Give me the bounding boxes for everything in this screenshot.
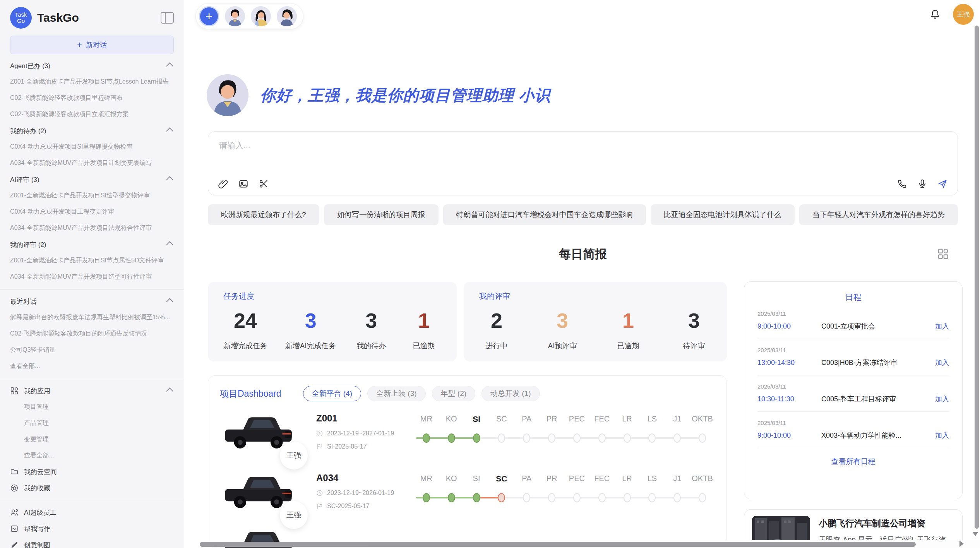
milestone-node-done [448, 433, 455, 443]
sidebar-item-label: 创意制图 [24, 541, 50, 548]
composer-attachments [218, 179, 269, 189]
list-item[interactable]: 公司Q3轻卡销量 [10, 345, 174, 355]
join-link[interactable]: 加入 [935, 431, 949, 440]
list-item[interactable]: A034-全新新能源MUV产品开发项目法规符合性评审 [10, 223, 174, 233]
suggestion-chip[interactable]: 特朗普可能对进口汽车增税会对中国车企造成哪些影响 [443, 204, 646, 225]
list-item[interactable]: Z001-全新燃油轻卡产品开发项目SI造型提交物评审 [10, 190, 174, 200]
milestone-label: PA [514, 414, 539, 424]
sidebar-item-label: 我的云空间 [24, 468, 57, 476]
app-logo: Task Go [10, 7, 32, 29]
sidebar-item-ai-staff[interactable]: AI超级员工 [10, 507, 174, 517]
phone-icon[interactable] [897, 179, 907, 189]
list-item[interactable]: C02-飞腾新能源轻客改款项目里程碑画布 [10, 93, 174, 103]
new-chat-label: 新对话 [86, 40, 107, 50]
project-row[interactable]: 王强 A034 2023-12-19~2026-01-19 SC-2025-05… [208, 462, 726, 522]
join-link[interactable]: 加入 [935, 358, 949, 367]
main-area: + [184, 0, 980, 548]
scroll-down-arrow-icon[interactable] [972, 532, 978, 536]
list-item[interactable]: A034-全新新能源MUV产品开发项目造型可行性评审 [10, 272, 174, 282]
join-link[interactable]: 加入 [935, 394, 949, 404]
news-text: 小鹏飞行汽车制造公司增资 天眼查 App 显示，近日广州汇天飞行汽... [819, 516, 952, 542]
sidebar-item-product-mgmt[interactable]: 产品管理 [10, 418, 174, 428]
chat-input[interactable] [218, 139, 947, 172]
composer-actions [897, 179, 947, 189]
sidebar-item-write-helper[interactable]: 帮我写作 [10, 524, 174, 534]
sidebar-header: Task Go TaskGo [10, 0, 174, 30]
tab-new-platform[interactable]: 全新平台 (4) [303, 386, 362, 401]
sidebar-item-favorites[interactable]: 我的收藏 [10, 483, 174, 493]
tab-powertrain[interactable]: 动总开发 (1) [481, 386, 540, 401]
list-item[interactable]: C0X4-动力总成开发项目工程变更评审 [10, 207, 174, 217]
tab-new-body[interactable]: 全新上装 (3) [367, 386, 426, 401]
join-link[interactable]: 加入 [935, 322, 949, 331]
list-item[interactable]: C02-飞腾新能源轻客改款项目的闭环通告反馈情况 [10, 329, 174, 339]
avatar[interactable] [277, 6, 297, 26]
sidebar-collapse-icon[interactable] [161, 12, 174, 24]
vertical-scrollbar[interactable] [975, 26, 979, 529]
milestone-label: PR [539, 414, 564, 424]
section-title: Agent已办 (3) [10, 62, 50, 70]
tab-model-year[interactable]: 年型 (2) [432, 386, 476, 401]
user-avatar[interactable]: 王强 [953, 4, 974, 25]
suggestion-chip[interactable]: 比亚迪全固态电池计划具体说了什么 [651, 204, 795, 225]
apps-grid-icon [10, 387, 19, 395]
list-item[interactable]: C0X4-动力总成开发项目SI里程碑提交物检查 [10, 142, 174, 152]
scissors-icon[interactable] [259, 179, 269, 189]
chevron-up-icon[interactable] [166, 62, 173, 69]
sidebar-item-label: 我的收藏 [24, 484, 50, 493]
chevron-up-icon[interactable] [166, 241, 173, 248]
paperclip-icon[interactable] [218, 179, 228, 189]
list-item[interactable]: Z001-全新燃油轻卡产品开发项目SI节点属性5D文件评审 [10, 255, 174, 265]
stat-label: 已逾期 [406, 341, 441, 351]
suggestion-chip[interactable]: 如何写一份清晰的项目周报 [324, 204, 439, 225]
milestone-labels: MR KO SI SC PA PR PEC FEC LR LS J1 OKTB [414, 474, 715, 483]
project-row[interactable]: 王强 Z001 2023-12-19~2027-01-19 SI-2025-05… [208, 403, 726, 462]
list-item[interactable]: 解释最新出台的欧盟报废车法规再生塑料比例被调至15%... [10, 312, 174, 322]
greeting-text: 你好，王强，我是你的项目管理助理 小识 [260, 85, 550, 106]
sidebar-item-change-mgmt[interactable]: 变更管理 [10, 434, 174, 444]
chevron-up-icon[interactable] [166, 387, 173, 394]
sidebar-item-creative-draw[interactable]: 创意制图 [10, 540, 174, 548]
microphone-icon[interactable] [917, 179, 927, 189]
milestone-node [573, 493, 581, 502]
image-icon[interactable] [238, 179, 248, 189]
project-code: Z001 [316, 413, 402, 424]
view-all-apps-link[interactable]: 查看全部... [10, 450, 174, 461]
list-item[interactable]: Z001-全新燃油皮卡产品开发项目SI节点Lesson Learn报告 [10, 77, 174, 87]
quill-pen-icon [10, 541, 19, 548]
chevron-up-icon[interactable] [166, 298, 173, 305]
stat-value: 1 [406, 308, 441, 332]
new-chat-button[interactable]: + 新对话 [10, 36, 174, 54]
scroll-right-arrow-icon[interactable] [959, 541, 964, 547]
star-circle-icon [10, 484, 19, 492]
milestone-node-done [473, 433, 480, 443]
project-date-range: 2023-12-19~2027-01-19 [327, 430, 394, 437]
list-item[interactable]: A034-全新新能源MUV产品开发项目计划变更表编写 [10, 158, 174, 168]
list-item[interactable]: C02-飞腾新能源轻客改款项目立项汇报方案 [10, 109, 174, 119]
chevron-up-icon[interactable] [166, 127, 173, 134]
notification-bell-icon[interactable] [930, 9, 941, 20]
chevron-up-icon[interactable] [166, 176, 173, 183]
schedule-time: 13:00-14:30 [757, 359, 821, 367]
view-all-schedule-link[interactable]: 查看所有日程 [757, 448, 949, 475]
schedule-time: 9:00-10:00 [757, 432, 821, 440]
sidebar-item-cloud-space[interactable]: 我的云空间 [10, 467, 174, 477]
view-all-chats-link[interactable]: 查看全部... [10, 361, 174, 371]
news-title: 小鹏飞行汽车制造公司增资 [819, 517, 952, 529]
milestone-label: LR [615, 474, 640, 483]
avatar[interactable] [251, 6, 271, 26]
suggestion-chip[interactable]: 当下年轻人对汽车外观有怎样的喜好趋势 [799, 204, 958, 225]
add-assistant-button[interactable]: + [199, 6, 219, 26]
stat-label: 已逾期 [611, 341, 646, 351]
layout-grid-icon[interactable] [937, 248, 949, 260]
section-my-review: 我的评审 (2) [10, 240, 174, 249]
avatar[interactable] [225, 6, 245, 26]
horizontal-scrollbar-thumb[interactable] [200, 542, 916, 547]
milestone-node-done [448, 493, 455, 502]
send-icon[interactable] [937, 179, 947, 189]
suggestion-chip[interactable]: 欧洲新规最近颁布了什么? [208, 204, 319, 225]
project-date-range: 2023-12-19~2026-01-19 [327, 490, 394, 497]
sidebar-item-project-mgmt[interactable]: 项目管理 [10, 402, 174, 412]
milestone-label: PEC [564, 474, 589, 483]
project-image: 王强 [223, 471, 295, 514]
